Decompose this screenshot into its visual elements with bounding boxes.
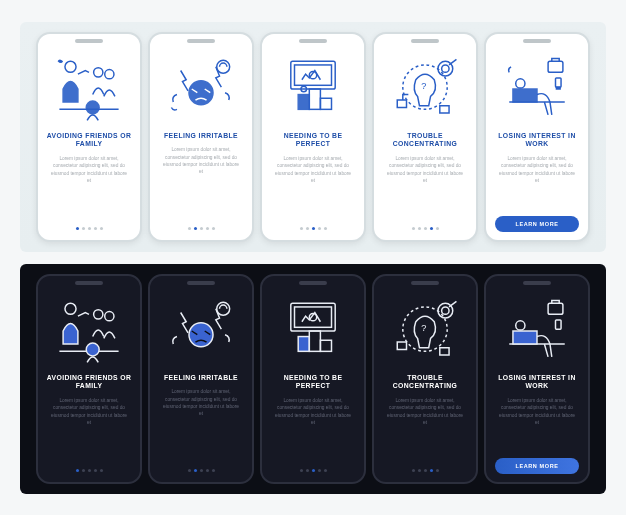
phone-screen-irritable-dark: FEELING IRRITABLE Lorem ipsum dolor sit … <box>148 274 254 484</box>
avoiding-icon <box>50 294 128 368</box>
svg-rect-11 <box>309 89 320 109</box>
screen-body: Lorem ipsum dolor sit amet, consectetur … <box>492 397 582 426</box>
svg-rect-20 <box>556 87 560 89</box>
screen-title: AVOIDING FRIENDS OR FAMILY <box>44 374 134 392</box>
svg-rect-35 <box>309 331 320 351</box>
screen-title: LOSING INTEREST IN WORK <box>492 132 582 150</box>
svg-point-24 <box>65 303 76 314</box>
svg-point-23 <box>516 78 525 87</box>
svg-rect-32 <box>295 306 332 326</box>
avoiding-icon <box>50 52 128 126</box>
pagination-dots[interactable] <box>188 469 215 472</box>
losing-interest-icon <box>498 52 576 126</box>
screen-body: Lorem ipsum dolor sit amet, consectetur … <box>44 155 134 184</box>
svg-point-28 <box>86 343 99 356</box>
svg-rect-12 <box>320 98 331 109</box>
phone-screen-losing-light: LOSING INTEREST IN WORK Lorem ipsum dolo… <box>484 32 590 242</box>
svg-rect-8 <box>295 64 332 84</box>
learn-more-button[interactable]: LEARN MORE <box>495 216 579 232</box>
phone-notch <box>523 281 551 285</box>
svg-rect-41 <box>548 303 563 314</box>
screen-body: Lorem ipsum dolor sit amet, consectetur … <box>156 388 246 417</box>
phone-notch <box>187 281 215 285</box>
phone-notch <box>75 39 103 43</box>
svg-text:?: ? <box>421 323 426 333</box>
svg-rect-22 <box>513 89 537 102</box>
onboarding-row-light: AVOIDING FRIENDS OR FAMILY Lorem ipsum d… <box>20 22 606 252</box>
pagination-dots[interactable] <box>300 469 327 472</box>
svg-point-1 <box>94 67 103 76</box>
svg-rect-19 <box>556 77 562 86</box>
svg-point-0 <box>65 61 76 72</box>
phone-screen-perfect-dark: NEEDING TO BE PERFECT Lorem ipsum dolor … <box>260 274 366 484</box>
concentrating-icon: ? <box>386 52 464 126</box>
learn-more-button[interactable]: LEARN MORE <box>495 458 579 474</box>
phone-notch <box>75 281 103 285</box>
svg-point-17 <box>442 64 449 71</box>
losing-interest-icon <box>498 294 576 368</box>
phone-screen-avoiding-light: AVOIDING FRIENDS OR FAMILY Lorem ipsum d… <box>36 32 142 242</box>
phone-screen-irritable-light: FEELING IRRITABLE Lorem ipsum dolor sit … <box>148 32 254 242</box>
screen-title: NEEDING TO BE PERFECT <box>268 374 358 392</box>
svg-rect-10 <box>298 94 309 109</box>
pagination-dots[interactable] <box>300 227 327 230</box>
screen-title: AVOIDING FRIENDS OR FAMILY <box>44 132 134 150</box>
phone-notch <box>523 39 551 43</box>
perfect-icon <box>274 294 352 368</box>
phone-notch <box>299 39 327 43</box>
screen-title: LOSING INTEREST IN WORK <box>492 374 582 392</box>
svg-rect-34 <box>298 336 309 351</box>
pagination-dots[interactable] <box>412 469 439 472</box>
svg-rect-44 <box>513 331 537 344</box>
perfect-icon <box>274 52 352 126</box>
phone-screen-perfect-light: NEEDING TO BE PERFECT Lorem ipsum dolor … <box>260 32 366 242</box>
svg-point-6 <box>217 60 230 73</box>
screen-title: TROUBLE CONCENTRATING <box>380 374 470 392</box>
screen-body: Lorem ipsum dolor sit amet, consectetur … <box>44 397 134 426</box>
svg-point-30 <box>217 302 230 315</box>
pagination-dots[interactable] <box>188 227 215 230</box>
screen-title: NEEDING TO BE PERFECT <box>268 132 358 150</box>
screen-title: TROUBLE CONCENTRATING <box>380 132 470 150</box>
svg-rect-18 <box>548 61 563 72</box>
svg-rect-36 <box>320 340 331 351</box>
svg-rect-42 <box>556 319 562 328</box>
pagination-dots[interactable] <box>76 227 103 230</box>
pagination-dots[interactable] <box>412 227 439 230</box>
phone-screen-trouble-light: ? TROUBLE CONCENTRATING Lorem ipsum dolo… <box>372 32 478 242</box>
screen-title: FEELING IRRITABLE <box>162 132 240 141</box>
irritable-icon <box>162 294 240 368</box>
phone-notch <box>411 281 439 285</box>
svg-point-40 <box>442 306 449 313</box>
screen-body: Lorem ipsum dolor sit amet, consectetur … <box>492 155 582 184</box>
screen-body: Lorem ipsum dolor sit amet, consectetur … <box>380 397 470 426</box>
svg-point-45 <box>516 320 525 329</box>
screen-body: Lorem ipsum dolor sit amet, consectetur … <box>268 397 358 426</box>
phone-notch <box>299 281 327 285</box>
phone-notch <box>187 39 215 43</box>
screen-body: Lorem ipsum dolor sit amet, consectetur … <box>156 146 246 175</box>
screen-body: Lorem ipsum dolor sit amet, consectetur … <box>268 155 358 184</box>
phone-screen-losing-dark: LOSING INTEREST IN WORK Lorem ipsum dolo… <box>484 274 590 484</box>
pagination-dots[interactable] <box>76 469 103 472</box>
onboarding-row-dark: AVOIDING FRIENDS OR FAMILY Lorem ipsum d… <box>20 264 606 494</box>
svg-point-26 <box>105 311 114 320</box>
phone-screen-avoiding-dark: AVOIDING FRIENDS OR FAMILY Lorem ipsum d… <box>36 274 142 484</box>
screen-body: Lorem ipsum dolor sit amet, consectetur … <box>380 155 470 184</box>
svg-point-4 <box>86 101 99 114</box>
phone-screen-trouble-dark: ? TROUBLE CONCENTRATING Lorem ipsum dolo… <box>372 274 478 484</box>
svg-text:?: ? <box>421 81 426 91</box>
irritable-icon <box>162 52 240 126</box>
concentrating-icon: ? <box>386 294 464 368</box>
screen-title: FEELING IRRITABLE <box>162 374 240 383</box>
svg-point-2 <box>105 69 114 78</box>
phone-notch <box>411 39 439 43</box>
svg-point-25 <box>94 309 103 318</box>
